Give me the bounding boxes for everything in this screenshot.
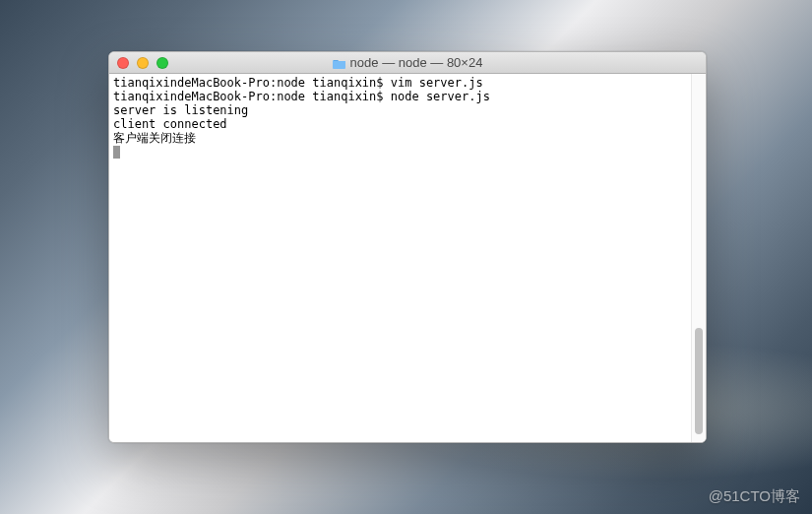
cursor-icon <box>113 146 120 159</box>
terminal-cursor-line <box>113 145 687 159</box>
watermark: @51CTO博客 <box>709 487 800 506</box>
traffic-lights <box>109 57 168 69</box>
window-titlebar[interactable]: node — node — 80×24 <box>109 52 706 74</box>
terminal-body: tianqixindeMacBook-Pro:node tianqixin$ v… <box>109 74 706 442</box>
terminal-content[interactable]: tianqixindeMacBook-Pro:node tianqixin$ v… <box>109 74 691 442</box>
scrollbar-thumb[interactable] <box>695 328 703 434</box>
window-title: node — node — 80×24 <box>350 55 483 70</box>
terminal-line: tianqixindeMacBook-Pro:node tianqixin$ v… <box>113 76 687 90</box>
terminal-line: server is listening <box>113 103 687 117</box>
terminal-line: client connected <box>113 117 687 131</box>
terminal-line: tianqixindeMacBook-Pro:node tianqixin$ n… <box>113 90 687 103</box>
close-button[interactable] <box>117 57 129 69</box>
scrollbar-track[interactable] <box>691 74 706 442</box>
terminal-window: node — node — 80×24 tianqixindeMacBook-P… <box>108 51 707 443</box>
folder-icon <box>333 57 346 68</box>
maximize-button[interactable] <box>156 57 168 69</box>
minimize-button[interactable] <box>137 57 149 69</box>
terminal-line: 客户端关闭连接 <box>113 131 687 145</box>
window-title-container: node — node — 80×24 <box>109 55 706 70</box>
